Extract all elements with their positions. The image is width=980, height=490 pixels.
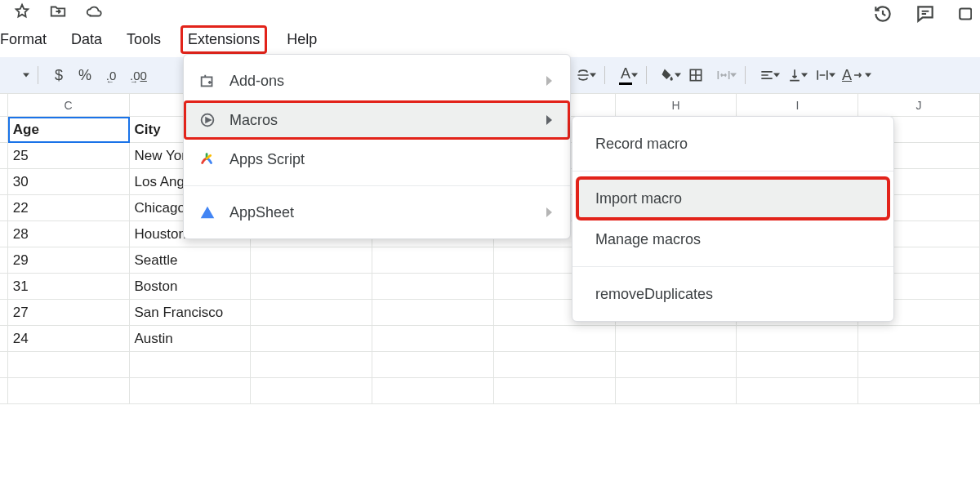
appsheet-icon [198, 203, 216, 221]
menu-separator [184, 185, 570, 186]
record-icon [198, 111, 216, 129]
chevron-right-icon [546, 115, 552, 125]
apps-script-icon [198, 150, 216, 168]
move-folder-icon[interactable] [49, 2, 67, 23]
table-row: 24 Austin [0, 326, 980, 352]
menubar: Format Data Tools Extensions Help [0, 24, 980, 54]
svg-marker-4 [206, 118, 210, 122]
menu-help[interactable]: Help [282, 28, 322, 51]
percent-button[interactable]: % [74, 63, 96, 87]
menu-item-import-macro[interactable]: Import macro [577, 178, 889, 219]
separator [745, 66, 746, 84]
star-icon[interactable] [13, 2, 31, 23]
col-header[interactable]: H [616, 94, 737, 117]
h-align-button[interactable] [755, 63, 778, 87]
svg-rect-0 [960, 9, 971, 20]
menu-item-apps-script[interactable]: Apps Script [184, 140, 570, 179]
cell[interactable]: 25 [8, 143, 130, 169]
menu-label: Manage macros [595, 231, 875, 248]
v-align-button[interactable] [783, 63, 806, 87]
text-color-button[interactable]: A [615, 63, 636, 87]
corner-cell[interactable] [0, 94, 8, 117]
borders-button[interactable] [684, 63, 707, 87]
menu-item-manage-macros[interactable]: Manage macros [572, 219, 893, 260]
chevron-right-icon [546, 207, 552, 217]
col-header[interactable]: C [8, 94, 130, 117]
rotation-button[interactable]: A [839, 63, 870, 87]
row-header[interactable] [0, 143, 8, 169]
top-right-actions [872, 3, 972, 27]
cell[interactable]: Age [8, 117, 130, 143]
menu-item-record-macro[interactable]: Record macro [572, 123, 893, 164]
menu-extensions[interactable]: Extensions [180, 25, 267, 54]
macros-submenu: Record macro Import macro Manage macros … [572, 116, 894, 322]
chevron-right-icon [546, 76, 552, 86]
currency-button[interactable]: $ [48, 63, 69, 87]
menu-label: AppSheet [229, 204, 533, 221]
menu-item-appsheet[interactable]: AppSheet [184, 193, 570, 232]
increase-decimal-button[interactable]: .00→ [127, 63, 150, 87]
cloud-status-icon[interactable] [85, 2, 103, 23]
table-row [0, 378, 980, 404]
history-icon[interactable] [872, 3, 893, 27]
extensions-menu: Add-ons Macros Apps Script AppSheet [183, 54, 571, 239]
row-header[interactable] [0, 117, 8, 143]
menu-label: Apps Script [229, 151, 552, 168]
comments-icon[interactable] [915, 3, 936, 27]
menu-data[interactable]: Data [66, 28, 107, 51]
addons-icon [198, 72, 216, 90]
zoom-dropdown[interactable] [7, 63, 28, 87]
menu-separator [572, 266, 893, 267]
fill-color-button[interactable] [657, 63, 679, 87]
strike-button[interactable] [572, 63, 595, 87]
menu-label: Record macro [595, 136, 875, 153]
merge-button[interactable] [712, 63, 735, 87]
col-header[interactable]: I [737, 94, 858, 117]
decrease-decimal-button[interactable]: .0← [100, 63, 122, 87]
meet-icon[interactable] [957, 3, 972, 27]
menu-separator [572, 171, 893, 172]
title-actions [0, 0, 980, 24]
wrap-button[interactable] [811, 63, 834, 87]
menu-label: Add-ons [229, 73, 533, 90]
menu-label: Import macro [595, 190, 871, 207]
menu-item-addons[interactable]: Add-ons [184, 61, 570, 100]
toolbar-right-segment: A A [572, 63, 870, 87]
menu-format[interactable]: Format [0, 28, 51, 51]
separator [38, 66, 38, 84]
menu-label: removeDuplicates [595, 286, 875, 303]
table-row [0, 352, 980, 378]
separator [646, 66, 647, 84]
menu-item-macros[interactable]: Macros [184, 100, 570, 140]
menu-tools[interactable]: Tools [122, 28, 166, 51]
separator [604, 66, 605, 84]
menu-label: Macros [229, 112, 533, 129]
menu-item-custom-macro[interactable]: removeDuplicates [572, 274, 893, 314]
col-header[interactable]: J [858, 94, 980, 117]
